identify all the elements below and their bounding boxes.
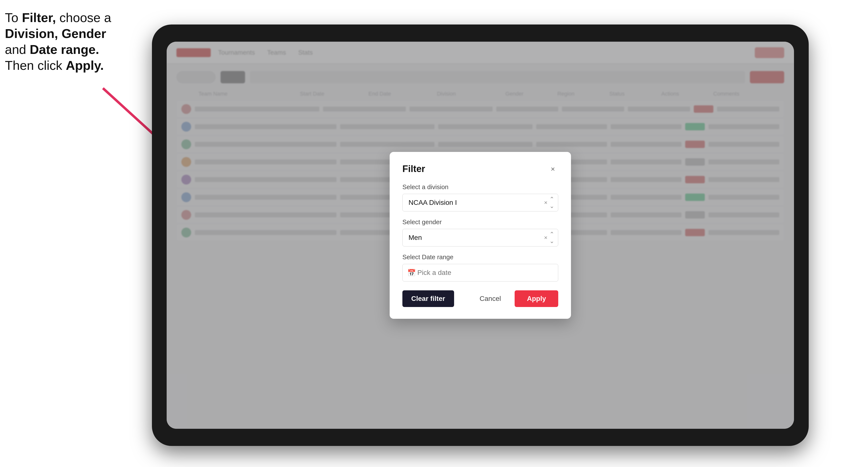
gender-label: Select gender bbox=[402, 218, 558, 226]
instruction-text: To Filter, choose a Division, Gender and… bbox=[5, 10, 142, 73]
instruction-line1: To Filter, choose a bbox=[5, 10, 111, 25]
date-range-label: Select Date range bbox=[402, 253, 558, 261]
modal-footer: Clear filter Cancel Apply bbox=[402, 290, 558, 307]
footer-right-buttons: Cancel Apply bbox=[471, 290, 558, 307]
filter-modal: Filter × Select a division NCAA Division… bbox=[390, 152, 571, 319]
gender-select-wrapper: Men Women Mixed × ⌃⌄ bbox=[402, 229, 558, 247]
instruction-line3: and Date range. bbox=[5, 42, 99, 57]
date-range-form-group: Select Date range 📅 bbox=[402, 253, 558, 282]
modal-overlay: Filter × Select a division NCAA Division… bbox=[167, 42, 794, 429]
tablet-frame: Tournaments Teams Stats Tea bbox=[152, 25, 809, 446]
modal-header: Filter × bbox=[402, 164, 558, 175]
apply-button[interactable]: Apply bbox=[515, 290, 558, 307]
tablet-screen: Tournaments Teams Stats Tea bbox=[167, 42, 794, 429]
division-select-wrapper: NCAA Division I NCAA Division II NCAA Di… bbox=[402, 194, 558, 212]
division-select[interactable]: NCAA Division I NCAA Division II NCAA Di… bbox=[402, 194, 558, 212]
gender-select[interactable]: Men Women Mixed bbox=[402, 229, 558, 247]
clear-filter-button[interactable]: Clear filter bbox=[402, 290, 454, 307]
division-label: Select a division bbox=[402, 183, 558, 191]
gender-form-group: Select gender Men Women Mixed × ⌃⌄ bbox=[402, 218, 558, 247]
date-range-input[interactable] bbox=[402, 264, 558, 282]
instruction-bold2: Division, Gender bbox=[5, 27, 106, 41]
instruction-line4: Then click Apply. bbox=[5, 58, 104, 72]
division-form-group: Select a division NCAA Division I NCAA D… bbox=[402, 183, 558, 212]
cancel-button[interactable]: Cancel bbox=[471, 290, 510, 307]
modal-title: Filter bbox=[402, 164, 425, 174]
close-button[interactable]: × bbox=[548, 164, 558, 175]
date-range-wrapper: 📅 bbox=[402, 264, 558, 282]
